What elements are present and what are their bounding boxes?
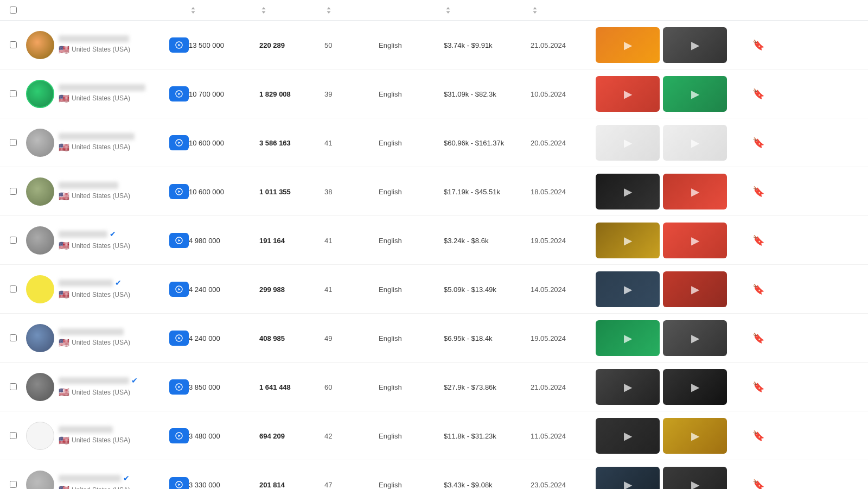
header-views[interactable]: [259, 7, 324, 14]
lastvideo-sort[interactable]: [531, 7, 538, 14]
row-checkbox[interactable]: [10, 481, 17, 488]
subscribers-sort[interactable]: [189, 7, 196, 14]
youtube-button[interactable]: [169, 135, 189, 150]
channel-name-blur: [59, 475, 121, 482]
bookmark-icon[interactable]: 🔖: [752, 88, 764, 100]
quality-value: 41: [324, 237, 332, 245]
avatar-image: [26, 373, 54, 401]
last-videos-cell: ▶ ▶: [596, 320, 748, 356]
video-thumb-2[interactable]: ▶: [663, 369, 727, 405]
bookmark-icon[interactable]: 🔖: [752, 479, 764, 490]
channel-name-row: [59, 328, 165, 335]
video-thumb-1-inner: ▶: [596, 418, 660, 454]
video-thumb-2-inner: ▶: [663, 320, 727, 356]
views-cell: 3 586 163: [259, 138, 324, 147]
header-price[interactable]: [444, 7, 531, 14]
youtube-icon: [175, 236, 183, 245]
avatar-image: [27, 422, 54, 449]
youtube-button[interactable]: [169, 282, 189, 297]
channel-cell: ✔ 🇺🇸 United States (USA): [26, 373, 189, 401]
table-row: 🇺🇸 United States (USA) 10 600 000 3 586 …: [0, 118, 868, 167]
bookmark-icon[interactable]: 🔖: [752, 430, 764, 442]
country-flag: 🇺🇸: [59, 435, 69, 446]
table-row: 🇺🇸 United States (USA) 3 480 000 694 209…: [0, 411, 868, 460]
video-thumb-2[interactable]: ▶: [663, 418, 727, 454]
video-thumb-2[interactable]: ▶: [663, 174, 727, 209]
youtube-button[interactable]: [169, 428, 189, 443]
quality-cell: 49: [324, 334, 379, 342]
channel-info: 🇺🇸 United States (USA): [59, 182, 165, 201]
bookmark-icon[interactable]: 🔖: [752, 381, 764, 393]
channel-name-blur: [59, 377, 129, 384]
broadcast-value: English: [379, 237, 402, 245]
row-checkbox[interactable]: [10, 285, 17, 293]
select-all-checkbox[interactable]: [10, 7, 17, 14]
country-name: United States (USA): [72, 486, 130, 490]
video-thumb-2-inner: ▶: [663, 223, 727, 258]
bookmark-icon[interactable]: 🔖: [752, 234, 764, 246]
bookmark-cell: 🔖: [748, 234, 769, 246]
video-thumb-2[interactable]: ▶: [663, 125, 727, 161]
youtube-icon: [175, 383, 183, 391]
price-sort[interactable]: [444, 7, 451, 14]
video-thumb-2[interactable]: ▶: [663, 467, 727, 490]
youtube-icon: [175, 90, 183, 98]
row-checkbox[interactable]: [10, 432, 17, 439]
price-value: $31.09k - $82.3k: [444, 90, 496, 98]
video-thumb-2[interactable]: ▶: [663, 76, 727, 112]
price-value: $27.9k - $73.86k: [444, 383, 496, 391]
row-checkbox[interactable]: [10, 139, 17, 146]
youtube-icon: [175, 187, 183, 196]
bookmark-cell: 🔖: [748, 479, 769, 490]
views-value: 299 988: [259, 285, 285, 294]
bookmark-icon[interactable]: 🔖: [752, 137, 764, 149]
country-flag: 🇺🇸: [59, 387, 69, 397]
youtube-button[interactable]: [169, 184, 189, 199]
header-last-video[interactable]: [531, 7, 596, 14]
country-flag: 🇺🇸: [59, 191, 69, 201]
video-thumb-1[interactable]: ▶: [596, 369, 660, 405]
video-thumb-1[interactable]: ▶: [596, 467, 660, 490]
youtube-button[interactable]: [169, 37, 189, 53]
quality-value: 47: [324, 481, 332, 489]
youtube-button[interactable]: [169, 379, 189, 395]
channel-cell: 🇺🇸 United States (USA): [26, 324, 189, 352]
row-checkbox[interactable]: [10, 90, 17, 97]
row-checkbox[interactable]: [10, 188, 17, 195]
youtube-button[interactable]: [169, 233, 189, 248]
video-thumb-2[interactable]: ▶: [663, 27, 727, 63]
video-thumb-1[interactable]: ▶: [596, 125, 660, 161]
video-thumb-1[interactable]: ▶: [596, 223, 660, 258]
video-thumb-1[interactable]: ▶: [596, 320, 660, 356]
video-thumb-1[interactable]: ▶: [596, 174, 660, 209]
last-video-date: 11.05.2024: [531, 432, 566, 440]
quality-sort[interactable]: [324, 7, 332, 14]
video-thumb-2[interactable]: ▶: [663, 320, 727, 356]
bookmark-icon[interactable]: 🔖: [752, 39, 764, 51]
verified-icon: ✔: [115, 278, 122, 287]
bookmark-icon[interactable]: 🔖: [752, 332, 764, 344]
last-video-date: 14.05.2024: [531, 285, 566, 294]
video-thumb-2[interactable]: ▶: [663, 271, 727, 307]
bookmark-icon[interactable]: 🔖: [752, 283, 764, 295]
video-thumb-1[interactable]: ▶: [596, 76, 660, 112]
video-thumb-1-inner: ▶: [596, 467, 660, 490]
header-quality[interactable]: [324, 7, 379, 14]
row-checkbox[interactable]: [10, 383, 17, 390]
video-thumb-1[interactable]: ▶: [596, 27, 660, 63]
views-sort[interactable]: [259, 7, 267, 14]
row-checkbox[interactable]: [10, 41, 17, 48]
youtube-button[interactable]: [169, 331, 189, 346]
row-checkbox[interactable]: [10, 237, 17, 244]
video-thumb-1[interactable]: ▶: [596, 418, 660, 454]
bookmark-icon[interactable]: 🔖: [752, 186, 764, 198]
header-subscribers[interactable]: [189, 7, 259, 14]
video-thumb-1[interactable]: ▶: [596, 271, 660, 307]
video-thumb-2[interactable]: ▶: [663, 223, 727, 258]
subscribers-value: 10 700 000: [189, 90, 224, 98]
broadcast-cell: English: [379, 285, 444, 294]
table-row: ✔ 🇺🇸 United States (USA) 3 850 000 1 641…: [0, 363, 868, 411]
row-checkbox[interactable]: [10, 334, 17, 341]
youtube-button[interactable]: [169, 86, 189, 101]
youtube-button[interactable]: [169, 477, 189, 490]
